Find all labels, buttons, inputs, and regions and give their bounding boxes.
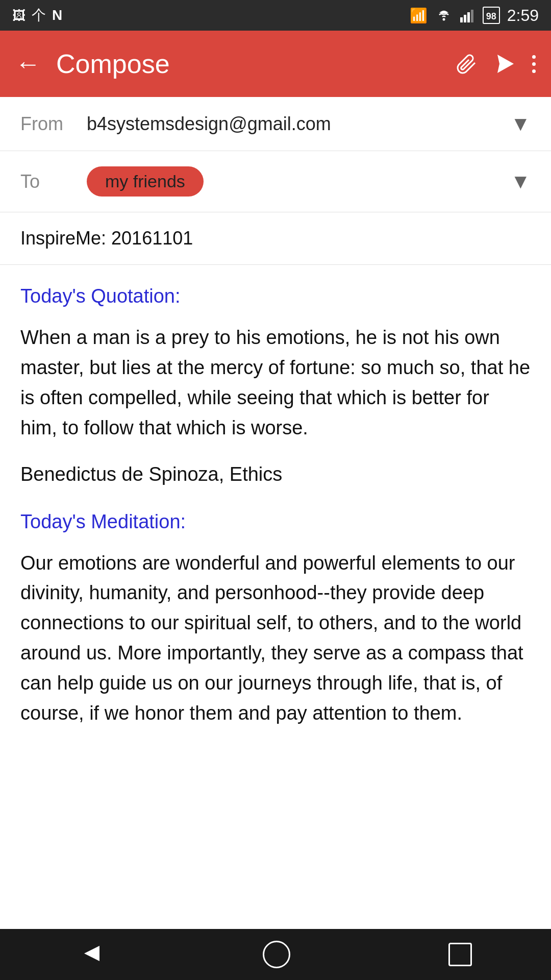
svg-marker-6 (84, 946, 99, 961)
meditation-text: Our emotions are wonderful and powerful … (20, 548, 531, 728)
nav-bar (0, 929, 551, 980)
compose-title: Compose (56, 48, 441, 79)
battery-icon: 98 (483, 7, 500, 24)
author-text: Benedictus de Spinoza, Ethics (20, 463, 531, 485)
bluetooth-icon: 📶 (410, 7, 428, 24)
app-notification-icon: N (52, 7, 62, 23)
from-value[interactable]: b4systemsdesign@gmail.com (87, 113, 505, 135)
svg-rect-1 (460, 17, 463, 22)
notification-icon: 个 (32, 6, 46, 25)
to-chevron-icon[interactable]: ▼ (510, 170, 531, 193)
body-content: Today's Quotation: When a man is a prey … (0, 265, 551, 769)
attach-icon[interactable] (457, 53, 479, 75)
meditation-heading: Today's Meditation: (20, 511, 531, 533)
back-button[interactable]: ← (15, 49, 41, 79)
quotation-heading: Today's Quotation: (20, 285, 531, 307)
status-bar: 🖼 个 N 📶 98 2:59 (0, 0, 551, 31)
subject-row: InspireMe: 20161101 (0, 212, 551, 265)
to-label: To (20, 171, 87, 192)
send-icon[interactable] (494, 53, 517, 75)
quotation-text: When a man is a prey to his emotions, he… (20, 323, 531, 443)
to-field-row: To my friends ▼ (0, 151, 551, 212)
svg-rect-4 (471, 10, 473, 22)
svg-rect-2 (464, 15, 466, 22)
more-button[interactable] (532, 53, 536, 75)
svg-marker-5 (497, 55, 514, 73)
status-bar-left: 🖼 个 N (12, 6, 62, 25)
signal-icon (460, 8, 475, 22)
from-field-row: From b4systemsdesign@gmail.com ▼ (0, 97, 551, 151)
wifi-icon (435, 8, 453, 22)
from-chevron-icon[interactable]: ▼ (510, 112, 531, 135)
status-bar-right: 📶 98 2:59 (410, 6, 539, 25)
to-chip[interactable]: my friends (87, 166, 204, 197)
app-bar: ← Compose (0, 31, 551, 97)
svg-point-0 (442, 18, 445, 21)
svg-rect-3 (467, 12, 470, 22)
nav-recent-button[interactable] (448, 943, 472, 966)
status-time: 2:59 (507, 6, 539, 25)
photo-icon: 🖼 (12, 8, 26, 23)
nav-back-button[interactable] (79, 941, 105, 968)
subject-text[interactable]: InspireMe: 20161101 (20, 228, 193, 249)
from-label: From (20, 113, 87, 135)
nav-home-button[interactable] (263, 941, 290, 968)
